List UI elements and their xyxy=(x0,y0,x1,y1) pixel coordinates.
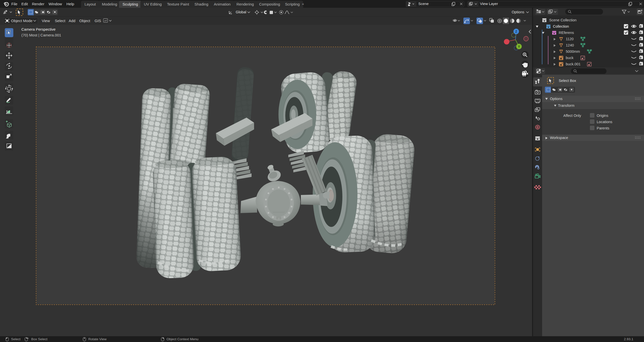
svg-text:Y: Y xyxy=(518,45,520,48)
svg-text:Z: Z xyxy=(515,30,517,33)
